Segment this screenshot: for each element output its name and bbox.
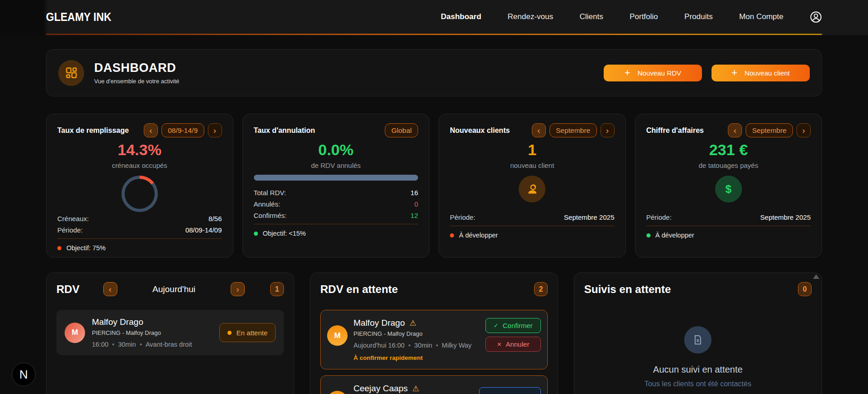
card-nouveaux-clients: Nouveaux clients Septembre 1 nouveau cli…	[439, 114, 626, 258]
cancel-rate-value: 0.0%	[254, 141, 419, 158]
chevron-left-icon	[537, 126, 540, 135]
prev-day-button[interactable]	[103, 282, 117, 296]
avatar: M	[327, 325, 348, 346]
confirm-button[interactable]: Confirmer	[485, 318, 541, 333]
pending-title: RDV en attente	[320, 283, 398, 296]
rdv-count-badge: 1	[270, 282, 284, 296]
stat-row: Annulés: 0	[254, 198, 419, 210]
cancel-rate-caption: de RDV annulés	[254, 162, 419, 169]
cancel-rate-bar	[254, 175, 419, 181]
chevron-right-icon	[606, 126, 609, 135]
cancel-button[interactable]: Annuler	[485, 337, 541, 352]
client-name: Malfoy Drago	[353, 318, 405, 328]
app-logo: GLEAMY INK	[46, 10, 111, 24]
next-week-button[interactable]	[208, 123, 222, 137]
revenue-caption: de tatouages payés	[646, 162, 811, 169]
urgent-label: À confirmer rapidement	[353, 354, 472, 361]
pending-item[interactable]: C Ceejay Caaps fagzrrz Reprogrammation	[320, 375, 548, 394]
status-badge: En attente	[219, 323, 276, 342]
nav-item-rendez-vous[interactable]: Rendez-vous	[508, 12, 553, 21]
row-value: Septembre 2025	[760, 213, 811, 221]
card-rdv-en-attente: RDV en attente 2 M Malfoy Drago PIERCING…	[310, 273, 558, 394]
nav-links: Dashboard Rendez-vous Clients Portfolio …	[441, 11, 822, 23]
month-pill[interactable]: Septembre	[550, 123, 597, 137]
new-clients-value: 1	[450, 141, 615, 158]
objective-label: Objectif: <15%	[263, 230, 306, 237]
avatar: M	[65, 323, 85, 343]
page-subtitle: Vue d'ensemble de votre activité	[94, 78, 179, 85]
user-account-icon[interactable]	[810, 11, 822, 23]
client-name: Ceejay Caaps	[353, 384, 408, 394]
row-label: Total RDV:	[254, 189, 286, 197]
card-rdv: RDV Aujourd'hui 1 M Malfoy Drago PIERCIN…	[46, 273, 294, 394]
global-badge[interactable]: Global	[385, 123, 418, 137]
rdv-meta: Aujourd'hui 16:0030minMilky Way	[353, 342, 472, 349]
empty-state-title: Aucun suivi en attente	[584, 364, 812, 375]
page-header: DASHBOARD Vue d'ensemble de votre activi…	[46, 49, 822, 96]
objective-label: Objectif: 75%	[66, 244, 106, 252]
followups-title: Suivis en attente	[584, 283, 671, 296]
warning-icon	[409, 318, 416, 328]
row-label: Créneaux:	[57, 215, 89, 222]
stat-row: Période: 08/09-14/09	[57, 224, 222, 236]
prev-week-button[interactable]	[144, 123, 158, 137]
objective-row: À développer	[646, 226, 811, 239]
new-clients-caption: nouveau client	[450, 162, 615, 169]
new-rdv-button[interactable]: Nouveau RDV	[604, 65, 702, 81]
followups-count-badge: 0	[798, 282, 812, 296]
chevron-left-icon	[734, 126, 737, 135]
stat-row: Créneaux: 8/56	[57, 213, 222, 224]
objective-dot-icon	[57, 246, 61, 250]
nav-item-dashboard[interactable]: Dashboard	[441, 12, 481, 21]
card-chiffre-affaires: Chiffre d'affaires Septembre 231 € de ta…	[635, 114, 823, 258]
card-taux-remplissage: Taux de remplissage 08/9-14/9 14.3% crén…	[46, 114, 233, 258]
nav-item-produits[interactable]: Produits	[684, 12, 712, 21]
objective-dot-icon	[254, 232, 258, 236]
nav-item-mon-compte[interactable]: Mon Compte	[739, 12, 783, 21]
row-label: Annulés:	[254, 200, 280, 208]
card-suivis-en-attente: Suivis en attente 0 Aucun suivi en atten…	[574, 273, 822, 394]
plus-icon	[625, 68, 631, 78]
day-label: Aujourd'hui	[117, 284, 231, 294]
card-taux-annulation: Taux d'annulation Global 0.0% de RDV ann…	[242, 114, 430, 258]
chevron-right-icon	[236, 285, 239, 293]
warning-icon	[412, 384, 419, 394]
objective-label: À développer	[656, 232, 694, 239]
reprogram-button[interactable]: Reprogrammation	[479, 387, 541, 394]
new-rdv-label: Nouveau RDV	[637, 69, 681, 77]
week-range-pill[interactable]: 08/9-14/9	[161, 123, 204, 137]
card-title: Chiffre d'affaires	[646, 126, 704, 135]
nav-item-clients[interactable]: Clients	[580, 12, 603, 21]
row-value: 16	[410, 189, 418, 197]
prev-month-button[interactable]	[728, 123, 742, 137]
service-label: PIERCING - Malfoy Drago	[353, 330, 472, 337]
next-month-button[interactable]	[601, 123, 615, 137]
rdv-list-item[interactable]: M Malfoy Drago PIERCING - Malfoy Drago 1…	[56, 310, 284, 355]
stat-row: Période: Septembre 2025	[646, 212, 811, 223]
objective-row: Objectif: <15%	[254, 224, 419, 237]
pending-item[interactable]: M Malfoy Drago PIERCING - Malfoy Drago A…	[320, 310, 548, 369]
dev-overlay-badge[interactable]: N	[12, 363, 35, 386]
objective-dot-icon	[646, 233, 651, 237]
month-pill[interactable]: Septembre	[746, 123, 793, 137]
new-client-button[interactable]: Nouveau client	[712, 65, 810, 81]
stat-row: Période: Septembre 2025	[450, 212, 615, 223]
nav-item-portfolio[interactable]: Portfolio	[630, 12, 658, 21]
row-label: Période:	[646, 213, 672, 221]
next-day-button[interactable]	[231, 282, 245, 296]
nav-accent-line	[46, 34, 822, 35]
empty-state-subtitle: Tous les clients ont été contactés	[584, 380, 812, 388]
chevron-left-icon	[149, 126, 152, 135]
pending-count-badge: 2	[534, 282, 548, 296]
service-label: PIERCING - Malfoy Drago	[92, 329, 192, 336]
dashboard-grid-icon	[58, 60, 84, 86]
dollar-icon	[715, 176, 742, 202]
row-label: Période:	[57, 226, 83, 234]
status-label: En attente	[237, 329, 267, 337]
plus-icon	[732, 68, 737, 78]
row-value: Septembre 2025	[564, 213, 615, 221]
stat-row: Total RDV: 16	[254, 187, 419, 198]
next-month-button[interactable]	[797, 123, 811, 137]
prev-month-button[interactable]	[532, 123, 546, 137]
rdv-meta: 16:0030minAvant-bras droit	[92, 341, 192, 348]
